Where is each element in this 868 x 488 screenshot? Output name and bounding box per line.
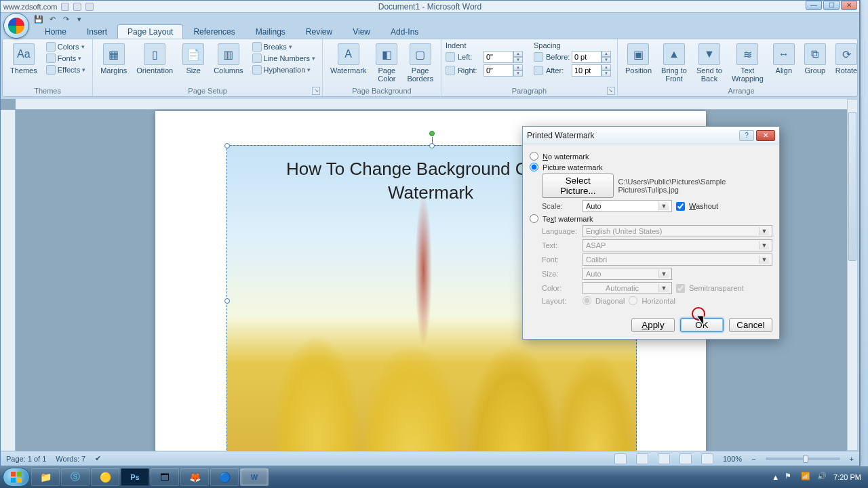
tray-volume-icon[interactable]: 🔊	[817, 472, 828, 483]
no-watermark-label[interactable]: No watermark	[542, 152, 589, 161]
taskbar-generic-app[interactable]: 🗔	[151, 468, 179, 486]
tab-page-layout[interactable]: Page Layout	[117, 24, 183, 39]
text-wrapping-button[interactable]: ≋Text Wrapping	[728, 41, 767, 85]
theme-colors-button[interactable]: Colors▾	[43, 41, 88, 52]
zoom-slider[interactable]	[766, 458, 840, 460]
status-proofing-icon[interactable]: ✔	[95, 454, 101, 463]
maximize-button[interactable]: ☐	[823, 1, 840, 10]
washout-checkbox[interactable]	[676, 202, 685, 211]
rotate-button[interactable]: ⟳Rotate	[832, 41, 861, 77]
washout-label[interactable]: Washout	[689, 202, 718, 210]
page-borders-button[interactable]: ▢Page Borders	[403, 41, 437, 85]
resize-handle-l[interactable]	[224, 298, 230, 304]
page-setup-dialog-launcher[interactable]: ↘	[312, 87, 320, 95]
resize-handle-t[interactable]	[429, 143, 435, 148]
zoom-in-button[interactable]: +	[850, 455, 854, 463]
radio-no-watermark[interactable]	[530, 152, 538, 161]
tray-network-icon[interactable]: 📶	[801, 472, 812, 483]
group-button[interactable]: ⧉Group	[801, 41, 829, 77]
tab-mailings[interactable]: Mailings	[245, 24, 296, 39]
theme-fonts-button[interactable]: Fonts▾	[43, 53, 88, 64]
vertical-ruler[interactable]	[1, 110, 16, 451]
qat-undo-icon[interactable]: ↶	[47, 14, 58, 24]
indent-left-input[interactable]: ▲▼	[484, 51, 523, 63]
status-page[interactable]: Page: 1 of 1	[6, 455, 46, 463]
dialog-close-button[interactable]: ✕	[756, 130, 775, 141]
start-button[interactable]	[3, 468, 30, 487]
taskbar-app-2[interactable]: 🔵	[210, 468, 239, 486]
align-button[interactable]: ↔Align	[770, 41, 798, 77]
theme-effects-button[interactable]: Effects▾	[43, 64, 88, 75]
view-full-screen-button[interactable]	[636, 453, 648, 464]
select-picture-button[interactable]: Select Picture...	[542, 174, 614, 198]
tab-addins[interactable]: Add-Ins	[380, 24, 429, 39]
view-outline-button[interactable]	[679, 453, 692, 464]
position-button[interactable]: ▣Position	[622, 41, 655, 77]
radio-picture-watermark[interactable]	[530, 163, 538, 171]
breaks-button[interactable]: Breaks▾	[250, 41, 318, 52]
paragraph-dialog-launcher[interactable]: ↘	[607, 87, 615, 95]
tray-clock[interactable]: 7:20 PM	[833, 473, 861, 481]
ok-button[interactable]: OK	[680, 318, 724, 332]
bring-to-front-button[interactable]: ▲Bring to Front	[658, 41, 690, 85]
recorder-btn-1[interactable]	[61, 3, 69, 11]
color-combo: Automatic▼	[583, 282, 672, 294]
scrollbar-thumb[interactable]	[848, 112, 856, 261]
hyphenation-button[interactable]: Hyphenation▾	[250, 64, 318, 75]
office-button[interactable]	[3, 13, 29, 39]
orientation-button[interactable]: ▯Orientation	[133, 41, 176, 77]
page-color-button[interactable]: ◧Page Color	[372, 41, 401, 85]
group-arrange-label: Arrange	[622, 86, 861, 95]
vertical-scrollbar[interactable]	[847, 99, 858, 451]
tab-insert[interactable]: Insert	[77, 24, 117, 39]
view-draft-button[interactable]	[701, 453, 713, 464]
qat-customize-icon[interactable]: ▾	[74, 14, 85, 24]
spacing-before-input[interactable]: ▲▼	[572, 51, 611, 63]
send-to-back-button[interactable]: ▼Send to Back	[693, 41, 726, 85]
tab-references[interactable]: References	[183, 24, 245, 39]
minimize-button[interactable]: —	[806, 1, 822, 10]
taskbar-photoshop[interactable]: Ps	[121, 468, 149, 486]
themes-button[interactable]: Aa Themes	[7, 41, 41, 77]
view-print-layout-button[interactable]	[614, 453, 627, 464]
close-button[interactable]: ✕	[841, 1, 857, 10]
resize-handle-tl[interactable]	[224, 143, 230, 148]
scale-combo[interactable]: Auto▼	[583, 200, 672, 212]
radio-text-watermark[interactable]	[530, 214, 538, 223]
indent-right-input[interactable]: ▲▼	[484, 64, 523, 77]
recorder-btn-3[interactable]	[85, 3, 94, 11]
cancel-button[interactable]: Cancel	[729, 318, 772, 332]
system-tray[interactable]: ▲ ⚑ 📶 🔊 7:20 PM	[772, 472, 865, 483]
margins-button[interactable]: ▦Margins	[97, 41, 130, 77]
zoom-out-button[interactable]: −	[751, 455, 755, 463]
taskbar-skype[interactable]: Ⓢ	[61, 468, 90, 486]
view-web-layout-button[interactable]	[658, 453, 670, 464]
text-watermark-label[interactable]: Text watermark	[542, 215, 593, 223]
taskbar-word[interactable]: W	[240, 468, 269, 486]
watermark-button[interactable]: AWatermark	[327, 41, 370, 77]
line-numbers-button[interactable]: Line Numbers▾	[250, 53, 318, 64]
dialog-titlebar[interactable]: Printed Watermark ? ✕	[523, 127, 779, 144]
rotation-handle[interactable]	[429, 131, 435, 136]
tab-view[interactable]: View	[342, 24, 380, 39]
size-button[interactable]: 📄Size	[179, 41, 208, 77]
qat-redo-icon[interactable]: ↷	[60, 14, 71, 24]
tab-review[interactable]: Review	[296, 24, 342, 39]
taskbar-explorer[interactable]: 📁	[31, 468, 60, 486]
status-words[interactable]: Words: 7	[56, 455, 85, 463]
columns-button[interactable]: ▥Columns	[210, 41, 246, 77]
recorder-btn-2[interactable]	[73, 3, 81, 11]
qat-save-icon[interactable]: 💾	[33, 14, 44, 24]
apply-button[interactable]: Apply	[631, 318, 675, 332]
taskbar-firefox[interactable]: 🦊	[180, 468, 209, 486]
horizontal-ruler[interactable]	[16, 99, 847, 110]
tray-action-center-icon[interactable]: ⚑	[785, 472, 795, 483]
zoom-level[interactable]: 100%	[723, 455, 742, 463]
indent-label: Indent	[446, 41, 523, 51]
dialog-help-button[interactable]: ?	[739, 130, 754, 141]
picture-watermark-label[interactable]: Picture watermark	[542, 163, 603, 171]
taskbar-chrome[interactable]: 🟡	[91, 468, 119, 486]
spacing-after-input[interactable]: ▲▼	[572, 64, 611, 77]
tab-home[interactable]: Home	[35, 24, 77, 39]
tray-expand-icon[interactable]: ▲	[772, 473, 779, 481]
